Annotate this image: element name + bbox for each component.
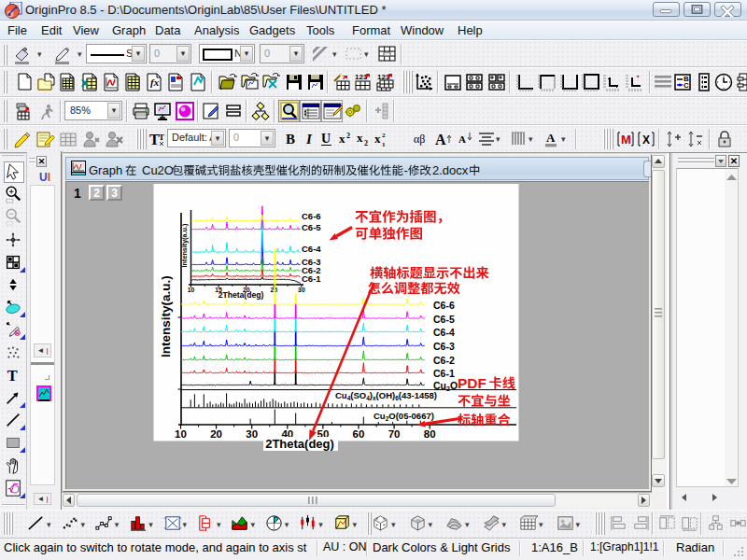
svg-text:A: A xyxy=(546,131,556,145)
svg-text:C6-6: C6-6 xyxy=(433,300,455,311)
svg-text:Cu2O: Cu2O xyxy=(142,163,174,177)
svg-text:x: x xyxy=(357,131,363,145)
svg-text:U: U xyxy=(321,132,331,146)
svg-text:70: 70 xyxy=(388,428,401,440)
svg-text:Intensity(a.u.): Intensity(a.u.) xyxy=(180,223,189,267)
svg-text:B: B xyxy=(286,132,295,147)
svg-text:C6-6: C6-6 xyxy=(302,211,321,221)
svg-text:80: 80 xyxy=(424,428,436,440)
svg-text:30: 30 xyxy=(246,428,258,440)
svg-text:C6-4: C6-4 xyxy=(433,327,455,338)
svg-text:x: x xyxy=(339,132,345,146)
svg-text:-: - xyxy=(404,163,408,177)
svg-text:10: 10 xyxy=(188,287,195,293)
svg-text:T: T xyxy=(159,133,164,142)
svg-text:A: A xyxy=(458,133,466,145)
svg-text:10: 10 xyxy=(175,428,187,440)
svg-text:PDF: PDF xyxy=(458,375,486,391)
svg-text:2: 2 xyxy=(364,139,368,147)
svg-text:Cu2O: Cu2O xyxy=(433,380,458,393)
svg-text:Intensity(a.u.): Intensity(a.u.) xyxy=(159,275,173,357)
svg-text:30: 30 xyxy=(298,287,305,293)
svg-text:M: M xyxy=(621,133,631,147)
svg-text:C6-4: C6-4 xyxy=(302,244,321,254)
svg-text:1: 1 xyxy=(382,141,386,148)
svg-text:20: 20 xyxy=(210,428,222,440)
svg-text:A: A xyxy=(435,132,446,147)
svg-text:C6-1: C6-1 xyxy=(302,273,321,284)
svg-text:C: C xyxy=(684,81,689,90)
svg-text:C6-5: C6-5 xyxy=(433,314,455,325)
svg-text:C6-1: C6-1 xyxy=(433,368,455,379)
svg-text:2Theta(deg): 2Theta(deg) xyxy=(265,437,334,451)
svg-text:αβ: αβ xyxy=(414,133,425,146)
svg-text:fx: fx xyxy=(150,77,160,88)
svg-text:25: 25 xyxy=(271,287,278,293)
svg-text:Cu4(SO4)x(OH)6(43-1458): Cu4(SO4)x(OH)6(43-1458) xyxy=(335,390,437,401)
svg-text:C6-5: C6-5 xyxy=(302,222,321,232)
svg-text:X: X xyxy=(642,133,650,147)
svg-text:C6-2: C6-2 xyxy=(433,355,455,366)
svg-text:C6-3: C6-3 xyxy=(433,341,455,352)
svg-text:2Theta(deg): 2Theta(deg) xyxy=(218,290,264,300)
svg-text:60: 60 xyxy=(353,428,365,440)
svg-text:x: x xyxy=(374,132,381,146)
svg-text:Graph: Graph xyxy=(89,163,122,177)
svg-text:Cu2O(05-0667): Cu2O(05-0667) xyxy=(374,411,434,422)
svg-text:2: 2 xyxy=(382,132,386,139)
svg-text:2.docx: 2.docx xyxy=(432,163,469,177)
svg-text:T: T xyxy=(7,367,18,385)
svg-text:I: I xyxy=(305,132,313,147)
svg-text:2: 2 xyxy=(346,132,350,140)
